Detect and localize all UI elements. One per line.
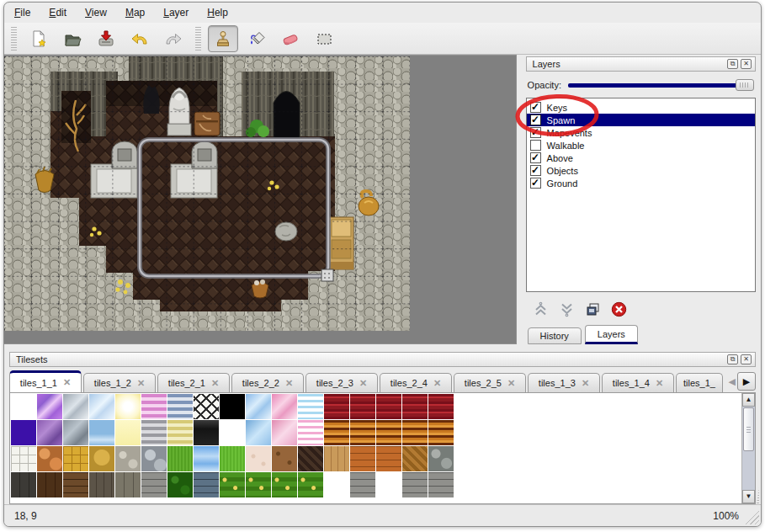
close-tab-icon[interactable]: ✕ bbox=[359, 378, 367, 389]
layer-visibility-checkbox[interactable] bbox=[530, 140, 541, 151]
tileset-tile-pale-yellow[interactable] bbox=[115, 420, 141, 445]
tileset-tab-tiles_2_4[interactable]: tiles_2_4✕ bbox=[380, 373, 452, 392]
tileset-tile-wood-orange[interactable] bbox=[376, 420, 401, 445]
tileset-tab-tiles_2_5[interactable]: tiles_2_5✕ bbox=[454, 373, 526, 392]
tileset-tile-stripes-pink[interactable] bbox=[141, 394, 167, 419]
tileset-tile-pebble-gray[interactable] bbox=[115, 446, 141, 471]
tileset-tile-glass-pink[interactable] bbox=[272, 394, 297, 419]
tileset-tile-glass-gray2[interactable] bbox=[63, 420, 88, 445]
dock-tab-history[interactable]: History bbox=[528, 327, 582, 344]
tileset-tile-curtain-red[interactable] bbox=[376, 394, 401, 419]
tileset-tile-brick-brown[interactable] bbox=[63, 472, 88, 497]
tileset-tile-planks-tan[interactable] bbox=[324, 446, 349, 471]
layer-row-spawn[interactable]: ✓Spawn bbox=[527, 114, 755, 126]
tileset-tile-grass[interactable] bbox=[167, 446, 193, 471]
tileset-tile-flag-tan[interactable] bbox=[89, 446, 114, 471]
tileset-tile-herringbone[interactable] bbox=[402, 446, 428, 471]
move-layer-down-icon[interactable] bbox=[559, 301, 575, 317]
tileset-tile-glass-purple[interactable] bbox=[37, 394, 62, 419]
layer-visibility-checkbox[interactable]: ✓ bbox=[530, 165, 541, 176]
layer-visibility-checkbox[interactable]: ✓ bbox=[530, 152, 541, 163]
close-tab-icon[interactable]: ✕ bbox=[285, 378, 293, 389]
redo-button[interactable] bbox=[158, 25, 189, 52]
select-tool-button[interactable] bbox=[309, 25, 339, 52]
tileset-tile-glass-blue2[interactable] bbox=[246, 394, 271, 419]
toolbar-group-handle[interactable] bbox=[195, 27, 201, 51]
layer-visibility-checkbox[interactable]: ✓ bbox=[530, 178, 541, 189]
move-layer-up-icon[interactable] bbox=[533, 301, 549, 317]
tileset-tile-black[interactable] bbox=[220, 394, 245, 419]
selection-resize-handle[interactable] bbox=[321, 269, 333, 281]
layer-visibility-checkbox[interactable]: ✓ bbox=[530, 102, 541, 113]
tileset-tile-grass-flowers[interactable] bbox=[220, 472, 245, 497]
map-viewport[interactable] bbox=[4, 55, 517, 344]
tileset-scrollbar[interactable]: ▲ ▼ bbox=[741, 393, 755, 503]
tileset-tile-brick-orange[interactable] bbox=[350, 446, 375, 471]
tileset-tab-tiles_2_1[interactable]: tiles_2_1✕ bbox=[157, 373, 230, 392]
tileset-tile-water-blue[interactable] bbox=[89, 420, 114, 445]
vertical-splitter[interactable] bbox=[517, 55, 526, 344]
eraser-tool-button[interactable] bbox=[275, 25, 305, 52]
fill-tool-button[interactable] bbox=[242, 25, 272, 52]
tileset-tile-zigzag-blue[interactable] bbox=[298, 394, 323, 419]
tileset-tile-tile-yellow[interactable] bbox=[63, 446, 88, 471]
close-tab-icon[interactable]: ✕ bbox=[433, 378, 441, 389]
tileset-tile-sign-black[interactable] bbox=[194, 420, 219, 445]
tileset-tile-water[interactable] bbox=[194, 446, 219, 471]
tileset-tile-wall-brown[interactable] bbox=[37, 472, 62, 497]
tileset-tile-grass-flowers[interactable] bbox=[246, 472, 271, 497]
menu-view[interactable]: View bbox=[85, 7, 107, 19]
horizontal-splitter[interactable] bbox=[4, 344, 761, 352]
tileset-tile-white[interactable] bbox=[11, 394, 36, 419]
opacity-slider-handle[interactable] bbox=[736, 79, 754, 91]
tileset-tile-glass-blue[interactable] bbox=[89, 394, 114, 419]
tileset-tab-tiles_1_4[interactable]: tiles_1_4✕ bbox=[602, 373, 674, 392]
tileset-tile-brick-blue[interactable] bbox=[194, 472, 219, 497]
tileset-tile-floor-dark[interactable] bbox=[298, 446, 323, 471]
layer-row-ground[interactable]: ✓Ground bbox=[527, 177, 755, 189]
tileset-tile-curtain-red[interactable] bbox=[402, 394, 428, 419]
tileset-tile-white[interactable] bbox=[220, 420, 245, 445]
tileset-tile-grass-flowers[interactable] bbox=[298, 472, 323, 497]
tileset-tile-planks-gray[interactable] bbox=[376, 472, 401, 497]
scroll-tabs-right-button[interactable]: ▶ bbox=[737, 372, 756, 391]
close-tab-icon[interactable]: ✕ bbox=[63, 377, 71, 388]
menu-map[interactable]: Map bbox=[125, 7, 145, 19]
map-canvas[interactable] bbox=[4, 56, 410, 331]
tileset-tile-wood-orange[interactable] bbox=[428, 420, 454, 445]
tileset-tile-grass2[interactable] bbox=[220, 446, 245, 471]
duplicate-layer-icon[interactable] bbox=[585, 301, 601, 317]
layer-row-keys[interactable]: ✓Keys bbox=[527, 101, 755, 114]
tileset-tile-lattice[interactable] bbox=[194, 394, 219, 419]
close-tab-icon[interactable]: ✕ bbox=[582, 378, 589, 389]
tileset-tile-planks-gray[interactable] bbox=[324, 472, 349, 497]
scrollbar-thumb[interactable] bbox=[743, 407, 754, 451]
tileset-tile-hedge[interactable] bbox=[167, 472, 193, 497]
tileset-tile-wall-stone[interactable] bbox=[89, 472, 114, 497]
float-panel-icon[interactable]: ⧉ bbox=[727, 354, 738, 364]
tileset-tile-stripes-gray[interactable] bbox=[141, 420, 167, 445]
tileset-tile-brick-orange[interactable] bbox=[376, 446, 401, 471]
tileset-tile-curtain-red[interactable] bbox=[428, 394, 454, 419]
scroll-up-icon[interactable]: ▲ bbox=[742, 393, 755, 407]
layer-row-above[interactable]: ✓Above bbox=[527, 152, 755, 164]
tileset-tab-tiles_1_2[interactable]: tiles_1_2✕ bbox=[83, 373, 156, 392]
opacity-slider[interactable] bbox=[568, 78, 754, 93]
delete-layer-icon[interactable] bbox=[611, 301, 627, 317]
layer-row-walkable[interactable]: Walkable bbox=[527, 139, 755, 152]
tileset-tab-tiles_1[interactable]: tiles_1_ bbox=[676, 373, 723, 392]
tileset-tile-wood-orange[interactable] bbox=[324, 420, 349, 445]
tileset-tile-glow-yellow[interactable] bbox=[115, 394, 141, 419]
toolbar-drag-handle[interactable] bbox=[11, 27, 17, 51]
tileset-tile-stones-gray[interactable] bbox=[428, 446, 454, 471]
tileset-tile-wood-orange[interactable] bbox=[402, 420, 428, 445]
tileset-tile-dirt-dots[interactable] bbox=[272, 446, 297, 471]
menu-help[interactable]: Help bbox=[207, 7, 228, 19]
tileset-tile-stone-outline[interactable] bbox=[11, 446, 36, 471]
undo-button[interactable] bbox=[125, 25, 155, 52]
close-tab-icon[interactable]: ✕ bbox=[507, 378, 515, 389]
tileset-tile-wall-gray[interactable] bbox=[115, 472, 141, 497]
scroll-tabs-left-icon[interactable]: ◀ bbox=[729, 376, 736, 387]
layer-row-mapevents[interactable]: ✓Mapevents bbox=[527, 126, 755, 139]
tileset-tab-tiles_1_1[interactable]: tiles_1_1✕ bbox=[9, 370, 82, 392]
